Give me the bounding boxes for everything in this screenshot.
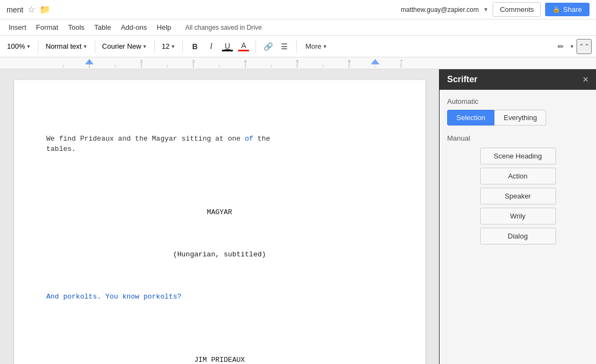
script-action-1: We find Prideaux and the Magyar sitting … <box>47 134 393 155</box>
ruler-svg: 1 2 3 4 5 6 7 <box>41 58 430 68</box>
everything-button[interactable]: Everything <box>494 110 546 125</box>
character-name-2: JIM PRIDEAUX <box>194 356 245 364</box>
text-color-button[interactable]: A <box>236 38 251 55</box>
pen-group: ✏ ▼ <box>553 39 574 54</box>
font-group: Courier New ▼ <box>100 40 150 52</box>
star-icon[interactable]: ☆ <box>28 4 35 15</box>
share-label: Share <box>563 5 582 14</box>
scene-heading-button[interactable]: Scene Heading <box>480 148 556 164</box>
zoom-select[interactable]: 100% ▼ <box>4 40 34 52</box>
scrifter-panel: Scrifter × Automatic Selection Everythin… <box>439 69 596 364</box>
auto-buttons-group: Selection Everything <box>447 110 588 125</box>
style-select[interactable]: Normal text ▼ <box>43 40 90 52</box>
svg-text:2: 2 <box>140 59 143 64</box>
lock-icon: 🔒 <box>553 6 560 13</box>
size-arrow: ▼ <box>171 44 175 49</box>
doc-content[interactable]: We find Prideaux and the Magyar sitting … <box>47 102 393 364</box>
menu-addons[interactable]: Add-ons <box>116 22 151 33</box>
bold-button[interactable]: B <box>187 39 202 54</box>
action-button[interactable]: Action <box>480 168 556 184</box>
font-value: Courier New <box>102 42 141 50</box>
pen-arrow[interactable]: ▼ <box>569 44 574 49</box>
share-button[interactable]: 🔒 Share <box>545 3 590 16</box>
action-text-1: We find Prideaux and the Magyar sitting … <box>47 135 271 154</box>
sep-4 <box>182 40 183 53</box>
style-arrow: ▼ <box>83 44 88 49</box>
scrifter-body: Automatic Selection Everything Manual Sc… <box>440 90 596 364</box>
style-group: Normal text ▼ <box>43 40 90 52</box>
style-value: Normal text <box>45 42 81 50</box>
size-value: 12 <box>162 42 169 50</box>
scrifter-close-button[interactable]: × <box>582 75 588 84</box>
svg-text:5: 5 <box>296 59 299 64</box>
zoom-group: 100% ▼ <box>4 40 34 52</box>
svg-text:3: 3 <box>192 59 195 64</box>
sep-3 <box>154 40 155 53</box>
dialog-text-1: And porkolts. You know porkolts? <box>47 293 182 301</box>
manual-buttons-group: Scene Heading Action Speaker Wrily Dialo… <box>447 148 588 244</box>
paren-text-1: (Hungarian, subtitled) <box>173 250 266 259</box>
selection-button[interactable]: Selection <box>447 110 494 125</box>
folder-icon[interactable]: 📁 <box>40 4 50 15</box>
underline-button[interactable]: U <box>220 39 235 54</box>
ruler-inner: 1 2 3 4 5 6 7 <box>41 58 430 68</box>
main-layout: We find Prideaux and the Magyar sitting … <box>0 69 596 364</box>
menu-table[interactable]: Table <box>90 22 115 33</box>
svg-text:4: 4 <box>244 59 247 64</box>
size-select[interactable]: 12 ▼ <box>159 40 178 52</box>
script-dialog-1: And porkolts. You know porkolts? <box>47 292 393 302</box>
toolbar: 100% ▼ Normal text ▼ Courier New ▼ 12 ▼ … <box>0 36 596 57</box>
svg-marker-21 <box>85 59 94 64</box>
saved-status: All changes saved in Drive <box>185 24 261 31</box>
more-label: More <box>305 42 322 50</box>
menu-help[interactable]: Help <box>153 22 176 33</box>
svg-text:7: 7 <box>400 59 403 64</box>
user-dropdown-arrow[interactable]: ▼ <box>483 6 489 12</box>
manual-label: Manual <box>447 134 588 142</box>
speaker-button[interactable]: Speaker <box>480 188 556 204</box>
font-select[interactable]: Courier New ▼ <box>100 40 150 52</box>
expand-button[interactable]: ⌃⌃ <box>577 39 592 54</box>
user-email: matthew.guay@zapier.com <box>401 6 479 14</box>
top-bar-left: ment ☆ 📁 <box>6 4 50 15</box>
character-name-1: MAGYAR <box>207 208 232 216</box>
scrifter-header: Scrifter × <box>440 69 596 90</box>
format-group: B I U A <box>187 38 251 55</box>
svg-marker-22 <box>371 59 379 64</box>
sep-6 <box>296 40 297 53</box>
text-color-label: A <box>241 41 246 50</box>
svg-text:6: 6 <box>348 59 351 64</box>
link-group: 🔗 ☰ <box>260 39 292 54</box>
zoom-arrow: ▼ <box>26 44 31 49</box>
menu-format[interactable]: Format <box>32 22 63 33</box>
script-character-1: MAGYAR <box>47 207 393 218</box>
pen-button[interactable]: ✏ <box>553 39 568 54</box>
menu-tools[interactable]: Tools <box>64 22 89 33</box>
menu-bar: Insert Format Tools Table Add-ons Help A… <box>0 19 596 36</box>
comment-button[interactable]: ☰ <box>277 39 292 54</box>
sep-2 <box>95 40 95 53</box>
script-paren-1: (Hungarian, subtitled) <box>47 249 393 260</box>
zoom-value: 100% <box>7 42 25 50</box>
size-group: 12 ▼ <box>159 40 178 52</box>
doc-title: ment <box>6 5 23 14</box>
more-arrow: ▼ <box>323 44 328 49</box>
underline-color-indicator <box>222 50 233 51</box>
ruler: 1 2 3 4 5 6 7 <box>0 57 596 69</box>
script-character-2: JIM PRIDEAUX <box>47 355 393 364</box>
doc-page: We find Prideaux and the Magyar sitting … <box>14 80 425 364</box>
link-button[interactable]: 🔗 <box>260 39 276 54</box>
top-bar: ment ☆ 📁 matthew.guay@zapier.com ▼ Comme… <box>0 0 596 19</box>
more-button[interactable]: More ▼ <box>301 41 332 52</box>
scrifter-title: Scrifter <box>447 75 477 84</box>
italic-button[interactable]: I <box>204 39 219 54</box>
dialog-button[interactable]: Dialog <box>480 228 556 244</box>
menu-insert[interactable]: Insert <box>4 22 31 33</box>
wrily-button[interactable]: Wrily <box>480 208 556 224</box>
underline-label: U <box>225 42 230 50</box>
doc-area[interactable]: We find Prideaux and the Magyar sitting … <box>0 69 439 364</box>
automatic-label: Automatic <box>447 97 588 105</box>
sep-5 <box>256 40 256 53</box>
comments-button[interactable]: Comments <box>493 2 541 17</box>
font-arrow: ▼ <box>142 44 147 49</box>
